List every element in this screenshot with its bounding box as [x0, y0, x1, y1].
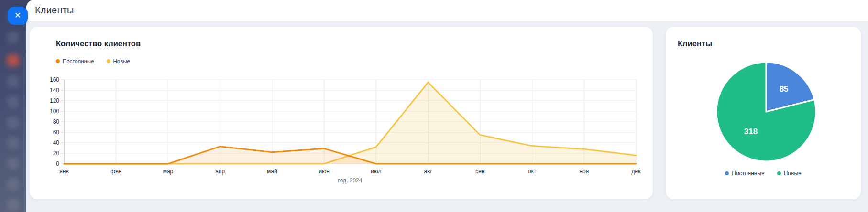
legend-item-new[interactable]: Новые	[777, 170, 802, 177]
svg-text:дек: дек	[632, 168, 641, 175]
new-slice-dot-icon	[777, 171, 781, 175]
svg-text:май: май	[267, 168, 277, 175]
svg-text:июн: июн	[319, 168, 329, 175]
svg-text:20: 20	[53, 150, 60, 157]
svg-text:318: 318	[744, 127, 758, 136]
svg-text:160: 160	[50, 76, 59, 83]
svg-text:янв: янв	[59, 168, 69, 175]
regular-slice-dot-icon	[725, 171, 729, 175]
svg-text:окт: окт	[528, 168, 537, 175]
page-title: Клиенты	[35, 5, 74, 16]
svg-text:год, 2024: год, 2024	[338, 177, 363, 184]
svg-text:фев: фев	[110, 168, 121, 175]
sidebar-ghost-icon	[7, 32, 19, 43]
sidebar-ghost-icon	[7, 96, 19, 108]
svg-text:120: 120	[50, 97, 59, 104]
svg-text:80: 80	[53, 118, 60, 125]
svg-text:85: 85	[780, 85, 789, 94]
svg-text:апр: апр	[215, 168, 225, 175]
svg-text:ноя: ноя	[579, 168, 589, 175]
sidebar-ghost-icon	[7, 178, 19, 190]
svg-text:40: 40	[53, 139, 60, 146]
content-area: Клиенты Количество клиентов Постоянные Н…	[26, 0, 868, 212]
legend-item-regular[interactable]: Постоянные	[725, 170, 764, 177]
svg-text:мар: мар	[163, 168, 174, 175]
svg-text:сен: сен	[475, 168, 484, 175]
sidebar-ghost-icon	[7, 199, 19, 211]
svg-text:60: 60	[53, 129, 60, 136]
svg-text:июл: июл	[371, 168, 381, 175]
sidebar-ghost-icon	[7, 117, 19, 128]
close-button[interactable]: ✕	[8, 7, 28, 25]
svg-text:0: 0	[56, 160, 59, 167]
legend-label: Новые	[784, 170, 802, 177]
sidebar-ghost-icon	[7, 158, 19, 170]
sidebar-ghost-icon	[7, 75, 19, 87]
topbar: Клиенты	[26, 0, 868, 21]
close-icon: ✕	[14, 11, 21, 20]
sidebar	[0, 0, 26, 212]
pie-chart-legend: Постоянные Новые	[666, 170, 861, 177]
clients-count-area-chart: 020406080100120140160янвфевмарапрмайиюни…	[30, 27, 653, 199]
sidebar-ghost-icon	[7, 137, 19, 149]
legend-label: Постоянные	[732, 170, 764, 177]
clients-count-card: Количество клиентов Постоянные Новые 020…	[30, 27, 653, 199]
svg-text:100: 100	[50, 108, 59, 115]
clients-pie-card: Клиенты 85318 Постоянные Новые	[666, 27, 861, 199]
svg-text:140: 140	[50, 87, 59, 94]
sidebar-ghost-icon-red	[7, 54, 19, 66]
svg-text:авг: авг	[424, 168, 432, 175]
